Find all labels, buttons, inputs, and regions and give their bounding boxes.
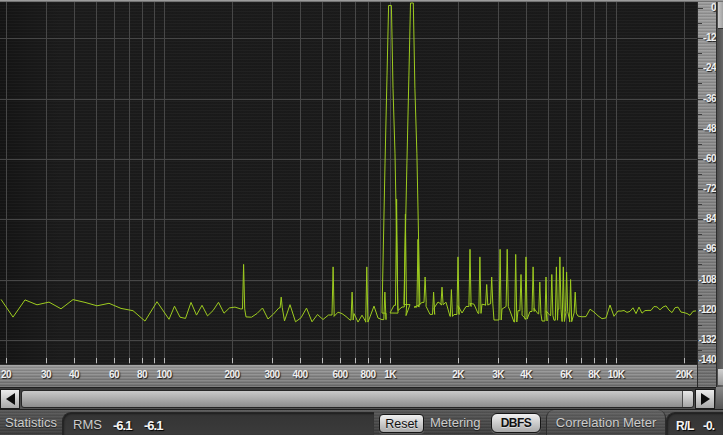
db-tick: [698, 83, 702, 84]
freq-axis-label: 40: [69, 369, 79, 380]
db-axis: 0-12-24-36-48-60-72-84-96-108-120-132-14…: [697, 2, 717, 387]
freq-axis-label: 200: [225, 369, 240, 380]
scrollbar-thumb-grip[interactable]: [682, 391, 693, 407]
tab-statistics[interactable]: Statistics: [0, 410, 62, 435]
spectrum-svg: [0, 2, 697, 364]
db-axis-label: -48: [703, 124, 716, 134]
rms-value-right: -6.1: [144, 416, 162, 435]
freq-tick: [96, 358, 97, 363]
freq-axis-label: 8K: [588, 369, 600, 380]
freq-tick: [154, 358, 155, 363]
freq-axis-label: 3K: [492, 369, 504, 380]
freq-tick: [129, 358, 130, 363]
frequency-axis: 20304060801002003004006008001K2K3K4K6K8K…: [0, 364, 697, 388]
db-axis-label: -140: [698, 355, 716, 365]
freq-axis-label: 400: [293, 369, 308, 380]
rl-value: -0.: [703, 416, 714, 435]
db-axis-label: -120: [698, 305, 716, 315]
db-axis-label: -108: [698, 275, 716, 285]
freq-axis-label: 30: [41, 369, 51, 380]
freq-axis-label: 20: [1, 369, 11, 380]
db-axis-label: -96: [703, 244, 716, 254]
rl-panel: R/L -0.: [666, 412, 723, 435]
freq-tick: [684, 358, 685, 363]
freq-axis-label: 300: [265, 369, 280, 380]
freq-axis-label: 2K: [452, 369, 464, 380]
dbfs-button[interactable]: DBFS: [491, 413, 541, 433]
reset-button[interactable]: Reset: [379, 414, 424, 433]
db-axis-label: -24: [703, 63, 716, 73]
vertical-scrollbar[interactable]: [716, 2, 723, 387]
db-tick: [698, 114, 702, 115]
freq-axis-label: 800: [361, 369, 376, 380]
scroll-down-button[interactable]: [718, 369, 723, 385]
rms-panel: RMS -6.1 -6.1: [62, 412, 374, 435]
freq-tick: [6, 358, 7, 363]
status-bar: Statistics RMS -6.1 -6.1 Reset Metering …: [0, 409, 723, 435]
metering-label: Metering: [430, 410, 481, 435]
db-tick: [698, 234, 702, 235]
freq-axis-label: 4K: [520, 369, 532, 380]
left-arrow-icon: [6, 393, 15, 405]
freq-tick: [142, 358, 143, 363]
freq-tick: [390, 358, 391, 363]
freq-tick: [380, 358, 381, 363]
db-tick: [698, 264, 702, 265]
db-tick: [698, 8, 703, 9]
freq-axis-label: 600: [333, 369, 348, 380]
horizontal-scrollbar-thumb[interactable]: [21, 390, 694, 408]
freq-tick: [300, 358, 301, 363]
spectrum-plot[interactable]: [0, 2, 697, 364]
freq-axis-label: 1K: [384, 369, 396, 380]
freq-tick: [526, 358, 527, 363]
db-axis-label: -84: [703, 214, 716, 224]
freq-tick: [355, 358, 356, 363]
scroll-left-button[interactable]: [0, 389, 20, 409]
freq-tick: [458, 358, 459, 363]
freq-axis-label: 100: [157, 369, 172, 380]
freq-axis-label: 20K: [676, 369, 693, 380]
scroll-right-button[interactable]: [695, 389, 715, 409]
freq-tick: [548, 358, 549, 363]
freq-tick: [114, 358, 115, 363]
spectrum-trace: [1, 3, 696, 322]
freq-tick: [566, 358, 567, 363]
freq-tick: [581, 358, 582, 363]
grid-lines: [0, 2, 697, 364]
db-axis-label: -12: [703, 33, 716, 43]
freq-tick: [606, 358, 607, 363]
spectrum-analyzer-window: 20304060801002003004006008001K2K3K4K6K8K…: [0, 0, 723, 435]
db-axis-label: -36: [703, 94, 716, 104]
right-arrow-icon: [701, 393, 710, 405]
scrollbar-corner: [716, 387, 723, 409]
tab-correlation-meter[interactable]: Correlation Meter: [546, 410, 666, 435]
rl-label: R/L: [676, 416, 694, 435]
freq-tick: [616, 358, 617, 363]
db-tick: [698, 144, 702, 145]
db-axis-label: -60: [703, 154, 716, 164]
freq-tick: [322, 358, 323, 363]
freq-axis-label: 6K: [560, 369, 572, 380]
freq-tick: [164, 358, 165, 363]
db-tick: [698, 204, 702, 205]
rms-value-left: -6.1: [113, 416, 131, 435]
db-tick: [698, 53, 702, 54]
rms-label: RMS: [73, 415, 102, 435]
freq-axis-label: 60: [109, 369, 119, 380]
horizontal-scrollbar[interactable]: [0, 387, 716, 410]
freq-tick: [340, 358, 341, 363]
db-axis-label: -72: [703, 184, 716, 194]
freq-tick: [272, 358, 273, 363]
freq-tick: [232, 358, 233, 363]
freq-tick: [46, 358, 47, 363]
db-tick: [698, 174, 702, 175]
freq-tick: [498, 358, 499, 363]
db-axis-label: -132: [698, 335, 716, 345]
freq-tick: [368, 358, 369, 363]
freq-axis-label: 10K: [608, 369, 625, 380]
freq-tick: [74, 358, 75, 363]
freq-tick: [594, 358, 595, 363]
db-tick: [698, 325, 702, 326]
vertical-scrollbar-thumb[interactable]: [718, 2, 723, 29]
db-tick: [698, 23, 702, 24]
